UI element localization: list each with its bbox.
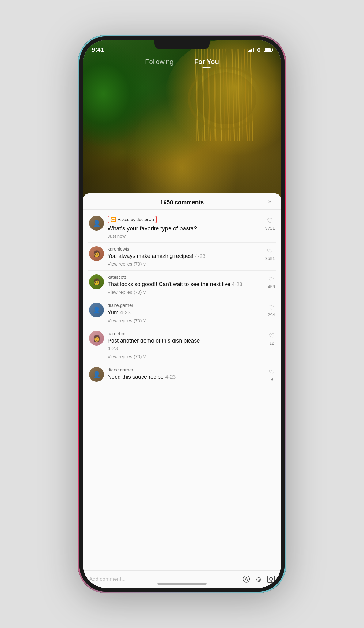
comment-text: That looks so good!! Can't wait to see t… [108,281,264,288]
heart-icon[interactable]: ♡ [267,217,273,225]
emoji-icon[interactable]: ☺ [255,575,263,584]
comments-list[interactable]: 👤 🔁 Asked by doctorwu What's your favori… [83,210,281,570]
page-wrapper: 9:41 ⊛ [0,0,364,628]
comment-likes: ♡ 12 [269,331,275,346]
comment-username: diane.garner [108,367,265,372]
like-count: 12 [269,341,274,346]
battery-fill [265,48,271,51]
pinned-comment-body: 🔁 Asked by doctorwu What's your favorite… [108,216,262,239]
view-replies[interactable]: View replies (70) ∨ [108,354,265,359]
q-icon: 🔁 [111,217,116,222]
tab-for-you[interactable]: For You [193,56,220,68]
comment-item: 👤 diane.garner Need this sauce recipe 4-… [83,363,281,386]
comment-username: carriebm [108,331,265,336]
comment-avatar: 👤 [89,367,104,382]
status-time: 9:41 [92,46,104,53]
comment-likes: ♡ 9581 [265,246,275,261]
comments-panel: 1650 comments × 👤 � [83,193,281,588]
status-icons: ⊛ [248,47,272,53]
comment-username: diane.garner [108,303,264,308]
qa-icon[interactable]: Q [267,576,275,583]
comment-body: diane.garner Yum 4-23 View replies (70) … [108,303,264,323]
signal-icon [248,47,254,52]
like-count: 9581 [265,256,275,261]
heart-icon[interactable]: ♡ [269,368,275,376]
comments-title: 1650 comments [160,199,204,206]
tab-following[interactable]: Following [144,56,175,68]
pinned-question: What's your favorite type of pasta? [108,224,262,233]
heart-icon[interactable]: ♡ [267,247,273,255]
like-count: 456 [268,284,275,289]
comment-avatar: 👩 [89,246,104,261]
comment-text: You always make amazing recipes! 4-23 [108,252,262,260]
video-area: 9:41 ⊛ [83,40,281,200]
view-replies[interactable]: View replies (70) ∨ [108,289,264,295]
signal-bar-2 [249,50,251,52]
comment-avatar: 👤 [89,303,104,317]
heart-icon[interactable]: ♡ [269,332,275,340]
pinned-like-count: 9721 [265,226,275,231]
phone-outer: 9:41 ⊛ [78,35,286,593]
comment-item: 👩 carriebm Post another demo of this dis… [83,327,281,363]
svg-point-20 [195,72,256,124]
comment-text: Post another demo of this dish please 4-… [108,337,265,352]
phone-screen: 9:41 ⊛ [83,40,281,588]
comments-header: 1650 comments × [83,193,281,210]
heart-icon[interactable]: ♡ [268,276,274,284]
at-icon[interactable]: Ⓐ [243,574,250,584]
comment-item: 👤 diane.garner Yum 4-23 View r [83,299,281,327]
pinned-comment: 👤 🔁 Asked by doctorwu What's your favori… [83,212,281,242]
close-button[interactable]: × [265,197,275,206]
view-replies[interactable]: View replies (70) ∨ [108,261,262,267]
comment-item: 👩 katescott That looks so good!! Can't w… [83,271,281,299]
pinned-timestamp: Just now [108,233,262,239]
comment-likes: ♡ 456 [268,274,275,289]
comment-text: Need this sauce recipe 4-23 [108,373,265,381]
comment-likes: ♡ 9 [269,367,275,382]
comment-action-icons: Ⓐ ☺ Q [243,574,275,584]
wifi-icon: ⊛ [257,47,261,53]
comment-avatar: 👩 [89,331,104,346]
like-count: 9 [271,377,273,382]
asked-by-label: Asked by doctorwu [118,217,154,222]
asked-badge: 🔁 Asked by doctorwu [108,216,157,223]
comment-body: carriebm Post another demo of this dish … [108,331,265,359]
pinned-likes: ♡ 9721 [265,216,275,231]
nav-tabs: Following For You [83,56,281,68]
comment-body: karenlewis You always make amazing recip… [108,246,262,267]
comment-body: diane.garner Need this sauce recipe 4-23 [108,367,265,382]
signal-bar-3 [251,49,252,52]
home-indicator [157,583,207,585]
comment-username: karenlewis [108,246,262,251]
comment-body: katescott That looks so good!! Can't wai… [108,274,264,295]
add-comment-bar: Add comment... Ⓐ ☺ Q [83,570,281,588]
comment-item: 👩 karenlewis You always make amazing rec… [83,243,281,270]
comment-input[interactable]: Add comment... [89,576,238,582]
notch [154,40,210,49]
comment-text: Yum 4-23 [108,309,264,316]
view-replies[interactable]: View replies (70) ∨ [108,318,264,323]
battery-icon [264,48,272,52]
pinned-avatar: 👤 [89,216,104,231]
like-count: 294 [268,312,275,317]
heart-icon[interactable]: ♡ [268,304,274,312]
signal-bar-4 [253,48,254,52]
comment-username: katescott [108,274,264,280]
comment-avatar: 👩 [89,274,104,289]
signal-bar-1 [248,51,249,52]
phone-inner: 9:41 ⊛ [79,36,285,592]
comment-likes: ♡ 294 [268,303,275,317]
phone-shadow: 9:41 ⊛ [78,35,286,593]
